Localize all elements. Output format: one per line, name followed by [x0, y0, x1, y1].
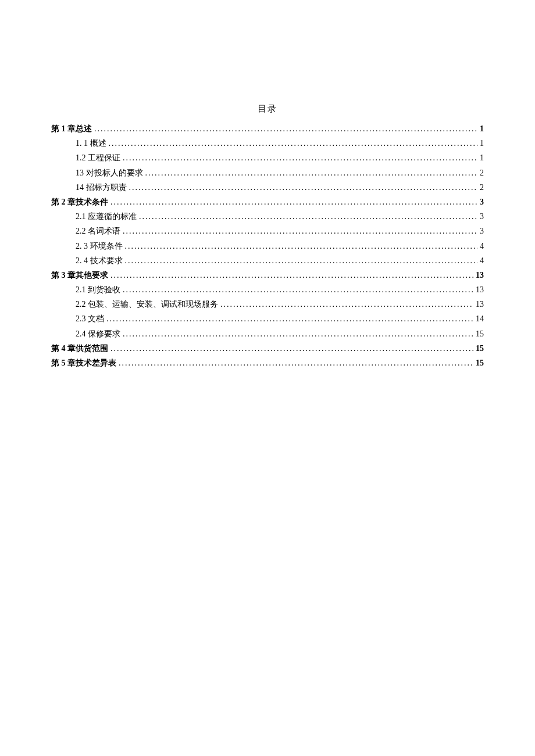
- toc-entry-page: 2: [480, 166, 484, 180]
- toc-entry-page: 15: [476, 356, 484, 370]
- toc-entry-leader: [139, 209, 477, 224]
- toc-entry-label: 第 2 章技术条件: [51, 195, 108, 209]
- toc-entry-label: 2.1 应遵循的标准: [76, 209, 137, 224]
- toc-entry: 第 3 章其他要求13: [51, 268, 484, 282]
- toc-entry: 2. 4 技术要求4: [51, 253, 484, 268]
- toc-entry: 第 4 章供货范围15: [51, 341, 484, 356]
- toc-entry-leader: [125, 239, 478, 253]
- toc-entry-leader: [220, 297, 473, 311]
- toc-entry-page: 4: [480, 253, 484, 268]
- toc-entry-page: 13: [476, 268, 484, 282]
- toc-entry: 13 对投标人的要求2: [51, 166, 484, 180]
- toc-entry-page: 1: [480, 151, 484, 165]
- toc-entry-page: 15: [476, 327, 484, 341]
- toc-entry: 2.3 文档14: [51, 311, 484, 326]
- toc-entry-leader: [119, 356, 473, 370]
- toc-entry: 2.4 保修要求15: [51, 327, 484, 341]
- toc-entry-label: 2. 4 技术要求: [76, 253, 123, 268]
- toc-entry-leader: [123, 151, 477, 165]
- toc-entry-leader: [123, 282, 473, 297]
- toc-entry-page: 13: [476, 297, 484, 311]
- toc-entry: 2.2 名词术语3: [51, 224, 484, 238]
- toc-entry-label: 2. 3 环境条件: [76, 239, 123, 253]
- toc-entry-page: 14: [476, 311, 484, 326]
- toc-entry: 2.2 包装、运输、安装、调试和现场服务13: [51, 297, 484, 311]
- toc-entry-label: 1.2 工程保证: [76, 151, 120, 165]
- toc-entry: 1.2 工程保证1: [51, 151, 484, 165]
- toc-entry-label: 14 招标方职责: [76, 180, 127, 195]
- toc-entry: 1. 1 概述1: [51, 136, 484, 151]
- toc-entry: 第 5 章技术差异表15: [51, 356, 484, 370]
- toc-entry-page: 1: [480, 121, 484, 136]
- toc-entry-label: 2.2 包装、运输、安装、调试和现场服务: [76, 297, 218, 311]
- toc-entry-leader: [145, 166, 478, 180]
- toc-entry-leader: [106, 311, 473, 326]
- toc-entry-leader: [109, 136, 478, 151]
- toc-entry: 第 1 章总述1: [51, 121, 484, 136]
- toc-entry-label: 2.3 文档: [76, 311, 104, 326]
- toc-entry-leader: [110, 341, 473, 356]
- toc-entry-leader: [94, 121, 477, 136]
- toc-entry: 2.1 到货验收13: [51, 282, 484, 297]
- toc-entry-label: 13 对投标人的要求: [76, 166, 143, 180]
- toc-entry-label: 第 4 章供货范围: [51, 341, 108, 356]
- toc-entry-leader: [129, 180, 478, 195]
- toc-entry: 14 招标方职责2: [51, 180, 484, 195]
- toc-title: 目录: [51, 103, 484, 114]
- toc-entry-page: 15: [476, 341, 484, 356]
- toc-entry-leader: [123, 327, 473, 341]
- toc-entry-page: 3: [480, 209, 484, 224]
- toc-entry-page: 4: [480, 239, 484, 253]
- toc-container: 第 1 章总述11. 1 概述11.2 工程保证113 对投标人的要求214 招…: [51, 121, 484, 370]
- toc-entry-page: 2: [480, 180, 484, 195]
- toc-entry: 2.1 应遵循的标准3: [51, 209, 484, 224]
- toc-entry-page: 13: [476, 282, 484, 297]
- toc-entry-leader: [125, 253, 478, 268]
- toc-entry-leader: [110, 195, 477, 209]
- toc-entry-label: 2.4 保修要求: [76, 327, 120, 341]
- toc-entry-label: 第 5 章技术差异表: [51, 356, 116, 370]
- toc-entry-leader: [123, 224, 477, 238]
- toc-entry-leader: [110, 268, 473, 282]
- toc-entry-page: 3: [480, 224, 484, 238]
- toc-entry-page: 3: [480, 195, 484, 209]
- toc-entry-label: 2.1 到货验收: [76, 282, 120, 297]
- toc-entry-label: 第 1 章总述: [51, 121, 92, 136]
- toc-entry-label: 第 3 章其他要求: [51, 268, 108, 282]
- toc-entry-label: 1. 1 概述: [76, 136, 106, 151]
- toc-entry: 第 2 章技术条件3: [51, 195, 484, 209]
- toc-entry: 2. 3 环境条件4: [51, 239, 484, 253]
- toc-entry-page: 1: [480, 136, 484, 151]
- toc-entry-label: 2.2 名词术语: [76, 224, 120, 238]
